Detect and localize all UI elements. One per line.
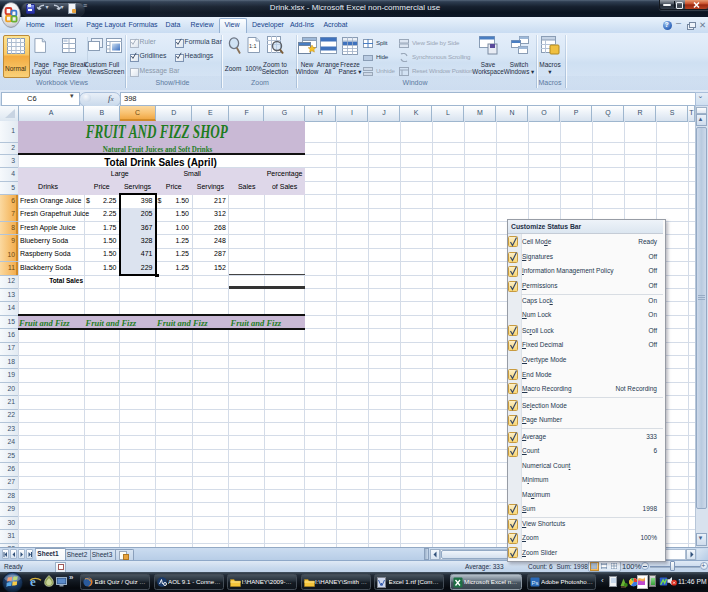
svg-text:Ps: Ps xyxy=(531,579,538,585)
svg-text:1:1: 1:1 xyxy=(249,43,257,49)
